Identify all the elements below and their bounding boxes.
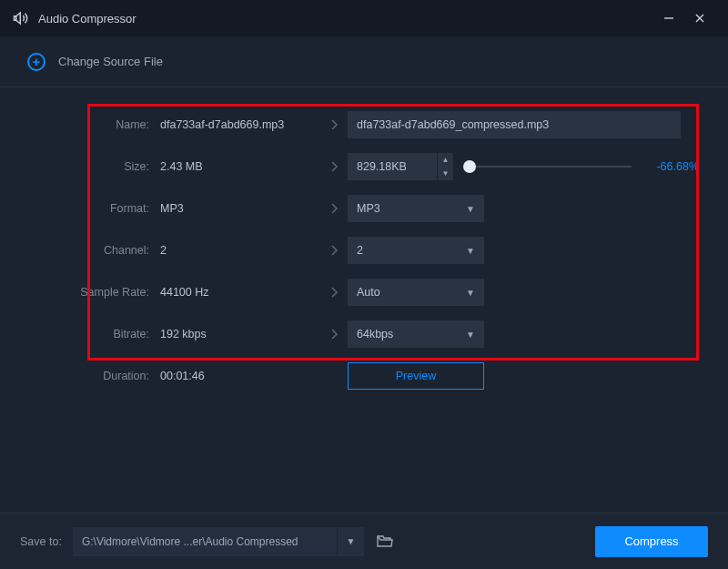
label-size: Size: [29, 160, 160, 173]
channel-dropdown-value: 2 [357, 244, 363, 257]
orig-format: MP3 [160, 202, 320, 215]
output-name-input[interactable] [348, 111, 681, 138]
compress-button[interactable]: Compress [595, 526, 708, 557]
row-name: Name: dfa733af-d7abd669.mp3 [29, 104, 699, 146]
sample-rate-dropdown-value: Auto [357, 286, 380, 299]
row-sample-rate: Sample Rate: 44100 Hz Auto ▼ [29, 271, 699, 313]
size-step-down[interactable]: ▼ [438, 167, 453, 180]
bitrate-dropdown-value: 64kbps [357, 328, 393, 340]
app-title: Audio Compressor [38, 12, 653, 25]
chevron-down-icon: ▼ [466, 204, 475, 214]
arrow-icon [320, 118, 348, 131]
orig-duration: 00:01:46 [160, 370, 320, 382]
titlebar: Audio Compressor [0, 0, 728, 36]
size-spinner-value: 829.18KB [348, 153, 437, 180]
label-channel: Channel: [29, 244, 160, 257]
orig-bitrate: 192 kbps [160, 328, 320, 340]
orig-sample-rate: 44100 Hz [160, 286, 320, 299]
row-format: Format: MP3 MP3 ▼ [29, 188, 699, 229]
bitrate-dropdown[interactable]: 64kbps ▼ [348, 320, 484, 348]
chevron-down-icon: ▼ [466, 246, 475, 256]
row-size: Size: 2.43 MB 829.18KB ▲ ▼ -66.68% [29, 146, 699, 188]
change-source-label: Change Source File [58, 55, 163, 68]
label-format: Format: [29, 202, 160, 215]
main-panel: Name: dfa733af-d7abd669.mp3 Size: 2.43 M… [0, 87, 728, 397]
size-slider[interactable] [453, 166, 644, 168]
chevron-down-icon: ▼ [466, 330, 475, 340]
channel-dropdown[interactable]: 2 ▼ [348, 237, 484, 264]
orig-name: dfa733af-d7abd669.mp3 [160, 118, 320, 131]
format-dropdown-value: MP3 [357, 202, 380, 215]
format-dropdown[interactable]: MP3 ▼ [348, 195, 484, 222]
arrow-icon [320, 286, 348, 299]
label-duration: Duration: [29, 370, 160, 382]
arrow-icon [320, 160, 348, 173]
add-source-icon: + [27, 53, 46, 71]
arrow-icon [320, 328, 348, 340]
row-channel: Channel: 2 2 ▼ [29, 229, 699, 271]
save-path-dropdown[interactable]: ▼ [337, 527, 364, 556]
row-duration: Duration: 00:01:46 Preview [29, 355, 699, 397]
close-button[interactable] [684, 0, 715, 36]
svg-rect-0 [15, 16, 16, 21]
chevron-down-icon: ▼ [466, 288, 475, 298]
row-bitrate: Bitrate: 192 kbps 64kbps ▼ [29, 313, 699, 355]
orig-size: 2.43 MB [160, 160, 320, 173]
minimize-button[interactable] [653, 0, 684, 36]
preview-button[interactable]: Preview [348, 362, 484, 390]
size-step-up[interactable]: ▲ [438, 153, 453, 167]
arrow-icon [320, 202, 348, 215]
save-path-selector[interactable]: G:\Vidmore\Vidmore ...er\Audio Compresse… [73, 527, 364, 556]
size-percent: -66.68% [644, 160, 699, 173]
save-to-label: Save to: [20, 535, 62, 548]
app-icon [13, 10, 29, 26]
size-slider-thumb[interactable] [463, 160, 476, 173]
save-path-text: G:\Vidmore\Vidmore ...er\Audio Compresse… [73, 535, 337, 548]
orig-channel: 2 [160, 244, 320, 257]
label-bitrate: Bitrate: [29, 328, 160, 340]
open-folder-button[interactable] [371, 527, 399, 556]
size-spinner[interactable]: 829.18KB ▲ ▼ [348, 153, 453, 180]
label-name: Name: [29, 118, 160, 131]
label-sample-rate: Sample Rate: [29, 286, 160, 299]
arrow-icon [320, 244, 348, 257]
footer: Save to: G:\Vidmore\Vidmore ...er\Audio … [0, 513, 728, 569]
sample-rate-dropdown[interactable]: Auto ▼ [348, 279, 484, 306]
change-source-row[interactable]: + Change Source File [0, 36, 728, 87]
